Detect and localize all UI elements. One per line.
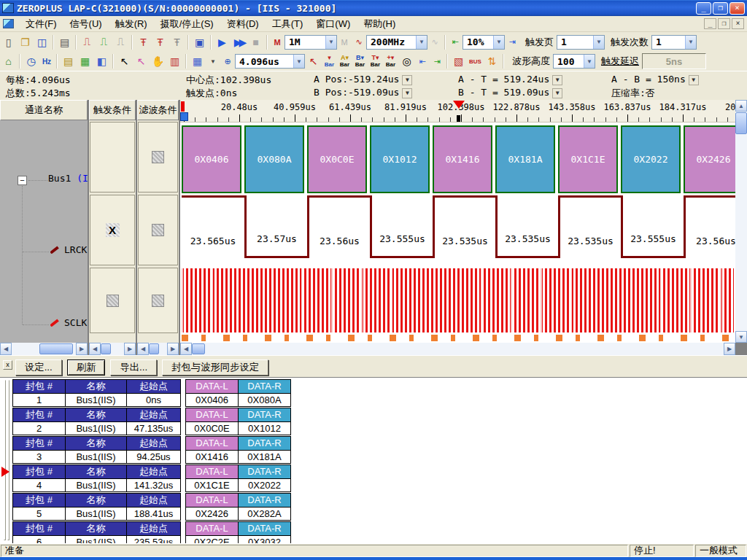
menu-item[interactable]: 工具(T) (266, 16, 310, 32)
mdi-restore-button[interactable]: ❐ (718, 18, 730, 29)
zoom-tool-icon[interactable]: ⊕ (220, 53, 235, 69)
a-t-dropdown-icon[interactable]: ▼ (552, 75, 562, 85)
a-b-dropdown-icon[interactable]: ▼ (689, 75, 699, 85)
packet-name-cell[interactable]: Bus1(IIS) (66, 536, 127, 544)
menu-item[interactable]: 文件(F) (19, 16, 63, 32)
a-bar-icon[interactable]: A▾Bar (337, 55, 352, 68)
chevron-down-icon[interactable]: ▼ (416, 36, 427, 49)
goto-left-icon[interactable]: ⇤ (415, 53, 430, 69)
trigger-hscrollbar[interactable]: ◀ ▶ (89, 343, 136, 355)
t-bar-icon[interactable]: T▾Bar (368, 55, 383, 68)
hand-tool-icon[interactable]: ✋ (150, 53, 166, 69)
packet-start-cell[interactable]: 0ns (127, 394, 181, 407)
bus-value-block[interactable]: 0X181A (495, 125, 555, 193)
bus-value-block[interactable]: 0X1C1E (558, 125, 618, 193)
title-bar[interactable]: ZEROPLUS LAP-C(321000)(S/N:00000000001) … (0, 0, 747, 16)
data-l-cell[interactable]: 0X1C1E (186, 478, 239, 492)
new-file-icon[interactable]: ▯ (0, 34, 17, 50)
scroll-left-icon[interactable]: ◀ (0, 343, 12, 355)
sampling-setup-icon[interactable]: ⎍ (79, 34, 96, 50)
vscroll-thumb[interactable] (735, 112, 747, 134)
lrck-segment[interactable]: 23.56us (684, 195, 735, 258)
data-l-cell[interactable]: 0X2426 (186, 507, 239, 521)
center-marker-icon[interactable] (453, 101, 465, 109)
zoom-in-arrow-icon[interactable]: ⇥ (505, 34, 519, 50)
hscroll-thumb[interactable] (149, 343, 159, 354)
stop-icon[interactable]: ■ (247, 34, 264, 50)
tree-collapse-icon[interactable]: − (18, 176, 27, 185)
bus-analysis-icon[interactable]: BUS (467, 53, 484, 69)
bus-value-block[interactable]: 0X2426 (684, 125, 735, 193)
lrck-segment[interactable]: 23.56us (307, 195, 370, 258)
hscroll-thumb[interactable] (192, 343, 205, 354)
b-pos-dropdown-icon[interactable]: ▼ (402, 88, 412, 98)
packet-num-cell[interactable]: 6 (13, 536, 66, 544)
b-t-dropdown-icon[interactable]: ▼ (552, 88, 562, 98)
pointer-cursor-icon[interactable]: ↖ (116, 53, 133, 69)
packet-data-table[interactable]: DATA-L DATA-R 0X0406 0X080A (185, 379, 291, 407)
mdi-minimize-button[interactable]: _ (704, 18, 716, 29)
bar-chart-icon[interactable]: ▥ (166, 53, 183, 69)
multi-cursor-icon[interactable]: ↖ (133, 53, 150, 69)
chevron-down-icon[interactable]: ▼ (593, 36, 604, 49)
sample-depth-combo[interactable]: 1M ▼ (285, 35, 337, 50)
packet-name-cell[interactable]: Bus1(IIS) (66, 394, 127, 407)
splitter-grip[interactable] (4, 380, 6, 540)
settings-button[interactable]: 设定... (15, 359, 62, 376)
data-r-cell[interactable]: 0X3032 (239, 535, 291, 543)
scroll-up-icon[interactable]: ▲ (735, 100, 747, 112)
a-pos-dropdown-icon[interactable]: ▼ (402, 75, 412, 85)
wave-mode-icon[interactable]: ▦ (189, 53, 206, 69)
packet-group[interactable]: 封包 # 名称 起始点 1 Bus1(IIS) 0ns DATA-L DATA-… (12, 379, 291, 407)
save-file-icon[interactable]: ◫ (34, 34, 50, 50)
lrck-segment[interactable]: 23.535us (495, 195, 558, 258)
sclk-waveform[interactable] (182, 268, 734, 332)
single-run-icon[interactable]: ▶ (214, 34, 231, 50)
clock-icon[interactable]: ◷ (23, 53, 39, 69)
sclk-channel-label[interactable]: SCLK (64, 317, 87, 328)
export-button[interactable]: 导出... (110, 359, 157, 376)
scroll-down-icon[interactable]: ▼ (735, 331, 747, 343)
wave-mode-dropdown-icon[interactable]: ▼ (206, 53, 220, 69)
b-bar-icon[interactable]: B▾Bar (352, 55, 368, 68)
chevron-down-icon[interactable]: ▼ (584, 55, 595, 68)
sclk-filter-cell[interactable] (138, 268, 178, 333)
data-waveform-partial[interactable] (182, 335, 734, 341)
trigger-delay-label[interactable]: 触发延迟 (601, 55, 639, 68)
packet-name-cell[interactable]: Bus1(IIS) (66, 508, 127, 521)
menu-item[interactable]: 触发(R) (109, 16, 154, 32)
packet-main-table[interactable]: 封包 # 名称 起始点 2 Bus1(IIS) 47.135us (12, 408, 181, 435)
packet-main-table[interactable]: 封包 # 名称 起始点 4 Bus1(IIS) 141.32us (12, 464, 181, 492)
trigger-page-combo[interactable]: 1 ▼ (557, 35, 605, 50)
packet-num-cell[interactable]: 3 (13, 451, 66, 464)
packet-data-table[interactable]: DATA-L DATA-R 0X1C1E 0X2022 (185, 464, 291, 492)
lrck-segment[interactable]: 23.555us (621, 195, 684, 258)
packet-num-cell[interactable]: 5 (13, 508, 66, 521)
bus-channel-label[interactable]: Bus1 (IIS) (48, 173, 88, 184)
lrck-segment[interactable]: 23.535us (558, 195, 621, 258)
packet-num-cell[interactable]: 4 (13, 479, 66, 492)
bus-filter-cell[interactable] (138, 122, 178, 192)
close-button[interactable]: × (729, 2, 745, 15)
menu-item[interactable]: 资料(D) (220, 16, 266, 32)
data-r-cell[interactable]: 0X080A (239, 393, 291, 407)
packet-main-table[interactable]: 封包 # 名称 起始点 3 Bus1(IIS) 94.25us (12, 436, 181, 464)
packet-group[interactable]: 封包 # 名称 起始点 5 Bus1(IIS) 188.41us DATA-L … (12, 493, 291, 521)
packet-group[interactable]: 封包 # 名称 起始点 2 Bus1(IIS) 47.135us DATA-L … (12, 408, 291, 435)
sync-settings-button[interactable]: 封包与波形同步设定 (162, 359, 268, 376)
channel-hscrollbar[interactable]: ◀ ▶ (0, 343, 88, 355)
lrck-segment[interactable]: 23.535us (433, 195, 495, 258)
lrck-segment[interactable]: 23.57us (244, 195, 307, 258)
restore-button[interactable]: ❐ (713, 2, 728, 15)
chevron-down-icon[interactable]: ▼ (325, 36, 336, 49)
waveform-hscrollbar[interactable]: ◀ ▶ (180, 343, 735, 355)
signal-group-icon[interactable]: ⎍ (112, 34, 129, 50)
pulse-width-icon[interactable]: ⇅ (484, 53, 500, 69)
close-panel-icon[interactable]: x (3, 360, 12, 370)
data-r-cell[interactable]: 0X2022 (239, 478, 291, 492)
chevron-down-icon[interactable]: ▼ (493, 36, 504, 49)
lrck-filter-cell[interactable] (138, 195, 178, 265)
packet-start-cell[interactable]: 235.53us (127, 536, 181, 544)
vertical-scrollbar[interactable]: ▲ ▼ (735, 100, 747, 343)
scroll-right-icon[interactable]: ▶ (167, 343, 179, 355)
